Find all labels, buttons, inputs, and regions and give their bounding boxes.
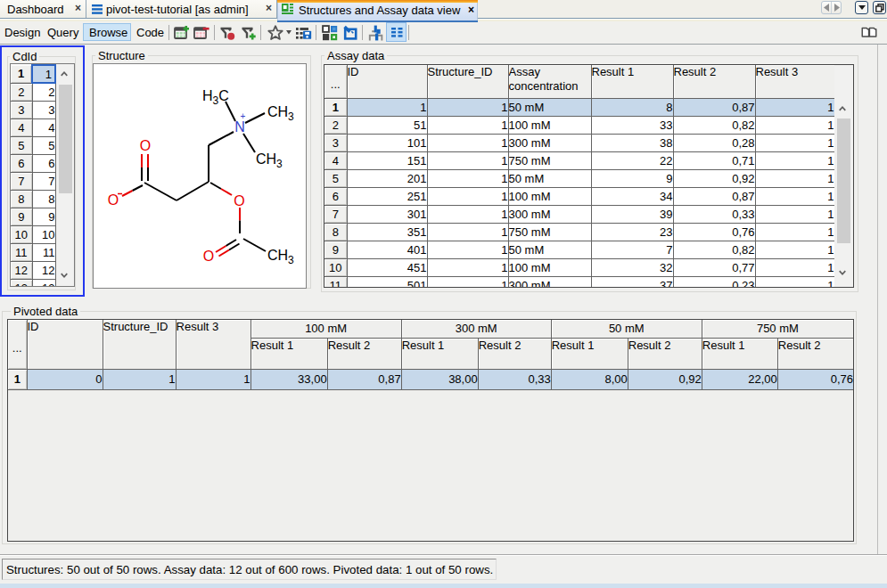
svg-text:O: O [108,192,119,208]
svg-text:H3C: H3C [202,88,229,107]
svg-text:O: O [234,193,244,208]
svg-text:N: N [234,119,245,135]
svg-text:+: + [241,111,246,121]
svg-text:CH3: CH3 [267,248,294,266]
svg-text:O: O [140,138,151,153]
svg-text:CH3: CH3 [267,104,294,123]
svg-text:CH3: CH3 [256,151,283,170]
svg-text:O: O [203,249,214,264]
